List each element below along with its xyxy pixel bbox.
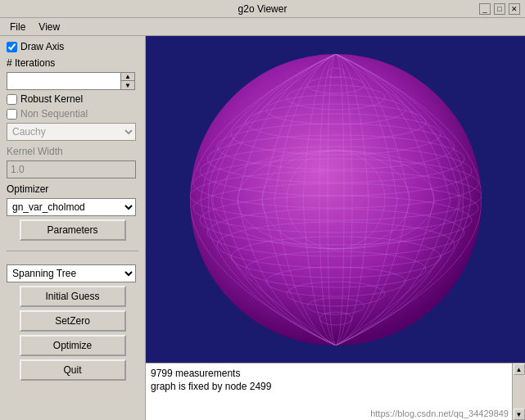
status-line-1: 9799 measurements bbox=[151, 367, 507, 380]
setzero-button[interactable]: SetZero bbox=[20, 310, 126, 332]
draw-axis-checkbox[interactable] bbox=[7, 42, 17, 52]
status-bar: 9799 measurements graph is fixed by node… bbox=[146, 363, 525, 420]
titlebar: g2o Viewer _ □ ✕ bbox=[0, 0, 525, 18]
main-layout: Draw Axis # Iterations 10 ▲ ▼ Robust Ker… bbox=[0, 36, 525, 420]
cauchy-select[interactable]: Cauchy bbox=[7, 123, 136, 141]
optimizer-label: Optimizer bbox=[7, 183, 138, 195]
scroll-down-button[interactable]: ▼ bbox=[514, 409, 525, 420]
quit-button[interactable]: Quit bbox=[20, 359, 126, 381]
iterations-spinbox-buttons: ▲ ▼ bbox=[121, 72, 135, 90]
optimize-button[interactable]: Optimize bbox=[20, 335, 126, 356]
initial-guess-button[interactable]: Initial Guess bbox=[20, 286, 126, 307]
parameters-button-row: Parameters bbox=[7, 219, 138, 241]
watermark: https://blog.csdn.net/qq_34429849 bbox=[370, 409, 509, 418]
iterations-label: # Iterations bbox=[7, 57, 138, 69]
scroll-up-button[interactable]: ▲ bbox=[514, 364, 525, 375]
kernel-width-label: Kernel Width bbox=[7, 146, 138, 157]
setzero-button-row: SetZero bbox=[7, 310, 138, 332]
menubar: File View bbox=[0, 18, 525, 36]
spanning-tree-select[interactable]: Spanning Tree bbox=[7, 264, 136, 282]
robust-kernel-checkbox[interactable] bbox=[7, 94, 17, 105]
initial-guess-button-row: Initial Guess bbox=[7, 286, 138, 307]
menu-file[interactable]: File bbox=[3, 20, 32, 34]
kernel-width-input[interactable] bbox=[7, 160, 136, 178]
minimize-button[interactable]: _ bbox=[479, 3, 491, 15]
draw-axis-row: Draw Axis bbox=[7, 41, 138, 52]
scroll-track[interactable] bbox=[514, 375, 525, 409]
canvas-area[interactable] bbox=[146, 36, 525, 363]
optimizer-combo-row: gn_var_cholmod bbox=[7, 198, 138, 216]
maximize-button[interactable]: □ bbox=[494, 3, 505, 15]
divider-1 bbox=[7, 251, 138, 251]
window-controls: _ □ ✕ bbox=[479, 3, 520, 15]
parameters-button[interactable]: Parameters bbox=[20, 219, 126, 241]
spanning-tree-combo-row: Spanning Tree bbox=[7, 264, 138, 282]
robust-kernel-label: Robust Kernel bbox=[20, 93, 83, 105]
svg-point-1 bbox=[190, 54, 482, 345]
window-title: g2o Viewer bbox=[46, 3, 479, 15]
scrollbar-vertical: ▲ ▼ bbox=[512, 364, 525, 420]
optimize-button-row: Optimize bbox=[7, 335, 138, 356]
kernel-width-row bbox=[7, 160, 138, 178]
non-sequential-row: Non Sequential bbox=[7, 108, 138, 120]
non-sequential-checkbox[interactable] bbox=[7, 109, 17, 120]
iterations-spin-down[interactable]: ▼ bbox=[121, 81, 134, 89]
left-panel: Draw Axis # Iterations 10 ▲ ▼ Robust Ker… bbox=[0, 36, 146, 420]
quit-button-row: Quit bbox=[7, 359, 138, 381]
menu-view[interactable]: View bbox=[32, 20, 66, 34]
iterations-spin-up[interactable]: ▲ bbox=[121, 73, 134, 81]
cauchy-combo-row: Cauchy bbox=[7, 123, 138, 141]
non-sequential-label: Non Sequential bbox=[20, 108, 88, 120]
right-panel: 9799 measurements graph is fixed by node… bbox=[146, 36, 525, 420]
optimizer-select[interactable]: gn_var_cholmod bbox=[7, 198, 136, 216]
close-button[interactable]: ✕ bbox=[509, 3, 520, 15]
draw-axis-label: Draw Axis bbox=[20, 41, 64, 52]
iterations-spinbox-row: 10 ▲ ▼ bbox=[7, 72, 138, 90]
status-line-2: graph is fixed by node 2499 bbox=[151, 380, 507, 393]
iterations-input[interactable]: 10 bbox=[7, 72, 121, 90]
sphere-visualization bbox=[180, 44, 491, 355]
robust-kernel-row: Robust Kernel bbox=[7, 93, 138, 105]
